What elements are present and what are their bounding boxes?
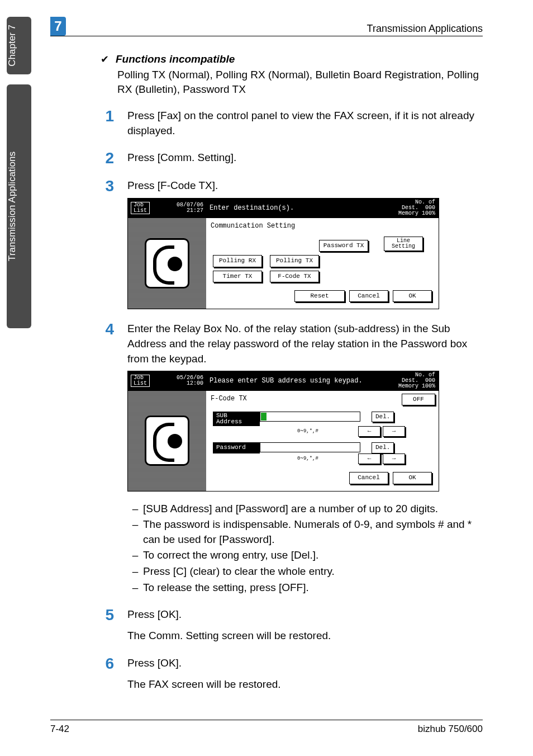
reset-button[interactable]: Reset (294, 290, 345, 302)
page-header: 7 Transmission Applications (50, 17, 483, 36)
polling-rx-button[interactable]: Polling RX (213, 255, 262, 267)
fcode-tx-screen: Job List 05/26/06 12:00 Please enter SUB… (127, 371, 439, 491)
check-icon: ✔ (101, 53, 109, 65)
cursor-icon (261, 413, 266, 420)
footer-model: bizhub 750/600 (418, 724, 483, 735)
page-title: Transmission Applications (367, 23, 483, 36)
step-number-3: 3 (101, 178, 114, 194)
fcode-tx-panel-title: F-Code TX (210, 393, 248, 406)
step-1-text: Press [Fax] on the control panel to view… (127, 108, 483, 138)
screen1-prompt: Enter destination(s). (210, 204, 294, 213)
sub-right-arrow-button[interactable]: → (383, 426, 405, 437)
sub-left-arrow-button[interactable]: ← (358, 426, 380, 437)
step-number-6: 6 (101, 656, 114, 672)
bullet-1: [SUB Address] and [Password] are a numbe… (143, 502, 483, 517)
cancel-button2[interactable]: Cancel (349, 472, 388, 484)
password-hint: 0~9,*,# (258, 455, 358, 462)
job-list-button2[interactable]: Job List (131, 375, 150, 387)
side-tab-section: Transmission Applications (7, 84, 31, 328)
pwd-left-arrow-button[interactable]: ← (358, 453, 380, 464)
step-6-text: Press [OK]. (127, 656, 483, 671)
pwd-right-arrow-button[interactable]: → (383, 453, 405, 464)
page-footer: 7-42 bizhub 750/600 (50, 720, 483, 735)
side-tabs: Chapter 7 Transmission Applications (7, 17, 31, 328)
step-5-extra: The Comm. Setting screen will be restore… (127, 629, 483, 644)
f-code-tx-button[interactable]: F-Code TX (270, 271, 319, 282)
polling-tx-button[interactable]: Polling TX (270, 255, 319, 267)
sub-address-hint: 0~9,*,# (258, 428, 358, 435)
off-button[interactable]: OFF (402, 394, 435, 405)
password-label: Password (213, 442, 260, 453)
del-sub-address-button[interactable]: Del. (372, 412, 394, 422)
step-number-4: 4 (101, 322, 114, 337)
footer-page-number: 7-42 (50, 724, 69, 735)
step-3-text: Press [F-Code TX]. (127, 178, 483, 193)
step-4-text: Enter the Relay Box No. of the relay sta… (127, 322, 483, 366)
step-number-2: 2 (101, 150, 114, 166)
step-number-1: 1 (101, 108, 114, 124)
functions-incompatible-body: Polling TX (Normal), Polling RX (Normal)… (117, 68, 483, 96)
step-5-text: Press [OK]. (127, 607, 483, 622)
password-field[interactable] (260, 442, 360, 452)
timer-tx-button[interactable]: Timer TX (213, 271, 262, 282)
bullet-4: Press [C] (clear) to clear the whole ent… (143, 564, 483, 579)
comm-setting-panel-title: Communication Setting (210, 220, 435, 233)
chapter-number-badge: 7 (50, 17, 66, 36)
step-6-extra: The FAX screen will be restored. (127, 677, 483, 692)
step-4-bullets: –[SUB Address] and [Password] are a numb… (127, 502, 483, 596)
screen2-prompt: Please enter SUB address using keypad. (210, 376, 363, 386)
ok-button2[interactable]: OK (393, 472, 432, 484)
del-password-button[interactable]: Del. (372, 442, 394, 453)
mode-glyph-icon2 (145, 415, 189, 466)
screen2-status: No. of Dest. 000Memory 100% (398, 372, 435, 389)
screen1-status: No. of Dest. 000Memory 100% (398, 200, 435, 216)
password-tx-button[interactable]: Password TX (319, 240, 368, 252)
job-list-button[interactable]: Job List (131, 202, 150, 214)
mode-glyph-icon (145, 238, 189, 289)
line-setting-button[interactable]: Line Setting (384, 237, 423, 251)
sub-address-label: SUB Address (213, 412, 260, 426)
cancel-button[interactable]: Cancel (349, 290, 388, 302)
comm-setting-screen: Job List 08/07/06 21:27 Enter destinatio… (127, 198, 439, 309)
bullet-5: To release the setting, press [OFF]. (143, 580, 483, 596)
step-number-5: 5 (101, 607, 114, 623)
screen2-datetime: 05/26/06 12:00 (177, 375, 203, 386)
step-2-text: Press [Comm. Setting]. (127, 150, 483, 166)
bullet-2: The password is indispensable. Numerals … (143, 517, 483, 547)
ok-button[interactable]: OK (393, 290, 432, 302)
bullet-3: To correct the wrong entry, use [Del.]. (143, 548, 483, 563)
screen1-datetime: 08/07/06 21:27 (177, 202, 203, 214)
side-tab-chapter: Chapter 7 (7, 17, 31, 74)
functions-incompatible-heading: Functions incompatible (116, 53, 235, 65)
sub-address-field[interactable] (260, 412, 360, 422)
